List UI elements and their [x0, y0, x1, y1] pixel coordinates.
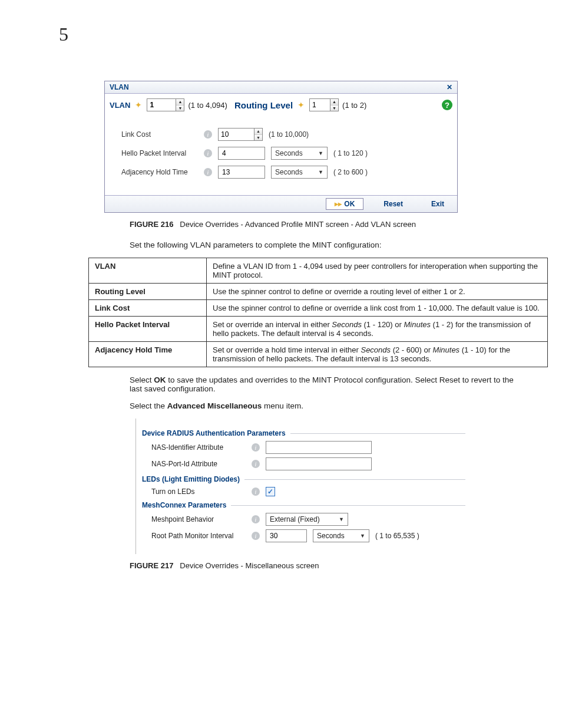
text-bold: OK [154, 375, 166, 384]
adjacency-row: Adjacency Hold Time i Seconds ▼ ( 2 to 6… [121, 166, 441, 179]
figure-text: Device Overrides - Miscellaneous screen [180, 561, 319, 570]
link-cost-row: Link Cost i ▲▼ (1 to 10,000) [121, 128, 441, 141]
vlan-label: VLAN [110, 101, 130, 110]
desc-italic: Seconds [332, 320, 362, 329]
hello-unit-select[interactable]: Seconds ▼ [271, 147, 328, 160]
text-part: Select the [130, 401, 167, 410]
figure-number: FIGURE 216 [130, 220, 173, 229]
figure-216-caption: FIGURE 216 Device Overrides - Advanced P… [130, 220, 527, 229]
section-leds: LEDs (Light Emitting Diodes) [142, 475, 465, 483]
spinner-down-icon[interactable]: ▼ [176, 106, 184, 111]
vlan-dialog: VLAN ✕ VLAN ✦ ▲▼ (1 to 4,094) Routing Le… [104, 81, 458, 213]
text-part: Select [130, 375, 154, 384]
link-cost-label: Link Cost [121, 130, 198, 139]
link-cost-input[interactable] [219, 129, 254, 140]
chevron-down-icon: ▼ [318, 150, 323, 156]
rootpath-row: Root Path Monitor Interval i Seconds ▼ (… [151, 529, 465, 542]
info-icon[interactable]: i [252, 460, 260, 468]
param-key: Hello Packet Interval [89, 317, 207, 342]
close-icon[interactable]: ✕ [447, 83, 452, 91]
exit-button[interactable]: Exit [423, 198, 452, 210]
link-cost-spinner[interactable]: ▲▼ [218, 128, 263, 141]
table-row: Routing Level Use the spinner control to… [89, 284, 548, 300]
desc-italic: Seconds [361, 345, 391, 354]
vlan-spinner[interactable]: ▲▼ [147, 98, 184, 111]
nas-port-label: NAS-Port-Id Attribute [151, 460, 246, 468]
info-icon[interactable]: i [204, 168, 212, 176]
vlan-input[interactable] [147, 99, 176, 111]
info-icon[interactable]: i [252, 515, 260, 523]
spinner-up-icon[interactable]: ▲ [176, 99, 184, 106]
wand-icon[interactable]: ✦ [134, 100, 143, 110]
nas-port-row: NAS-Port-Id Attribute i [151, 457, 465, 470]
leds-checkbox[interactable]: ✓ [266, 487, 275, 496]
help-icon[interactable]: ? [442, 100, 452, 110]
figure-217-caption: FIGURE 217 Device Overrides - Miscellane… [130, 561, 527, 570]
routing-level-label: Routing Level [234, 100, 293, 110]
param-key: Link Cost [89, 300, 207, 317]
param-key: Adjacency Hold Time [89, 342, 207, 367]
param-desc: Use the spinner control to define or ove… [207, 300, 548, 317]
nas-id-label: NAS-Identifier Attribute [151, 443, 246, 452]
info-icon[interactable]: i [252, 487, 260, 496]
routing-level-input[interactable] [310, 99, 330, 111]
chevron-down-icon: ▼ [339, 516, 344, 522]
param-key: VLAN [89, 258, 207, 284]
spinner-up-icon[interactable]: ▲ [254, 129, 262, 135]
nas-port-input[interactable] [266, 457, 372, 470]
param-desc: Use the spinner control to define or ove… [207, 284, 548, 300]
divider [244, 479, 465, 480]
desc-part: (1 - 120) or [362, 320, 404, 329]
adj-unit-select[interactable]: Seconds ▼ [271, 166, 328, 179]
param-key: Routing Level [89, 284, 207, 300]
body-text-2: Select OK to save the updates and overri… [130, 375, 527, 393]
link-cost-range: (1 to 10,000) [269, 130, 309, 139]
param-desc: Define a VLAN ID from 1 - 4,094 used by … [207, 258, 548, 284]
rootpath-unit-value: Seconds [317, 532, 345, 540]
ok-label: OK [344, 200, 355, 208]
rootpath-input[interactable] [266, 529, 307, 542]
spinner-down-icon[interactable]: ▼ [330, 106, 338, 111]
chevron-down-icon: ▼ [318, 169, 323, 175]
body-text-1: Set the following VLAN parameters to com… [130, 241, 527, 249]
info-icon[interactable]: i [204, 130, 212, 139]
ok-icon: ▸▸ [335, 200, 342, 208]
divider [231, 505, 465, 506]
divider [290, 433, 465, 434]
vlan-top-controls: VLAN ✦ ▲▼ (1 to 4,094) Routing Level ✦ ▲… [105, 94, 457, 116]
dialog-title: VLAN [110, 83, 129, 91]
spinner-down-icon[interactable]: ▼ [254, 135, 262, 141]
reset-button[interactable]: Reset [375, 198, 411, 210]
rootpath-unit-select[interactable]: Seconds ▼ [313, 529, 369, 542]
dialog-titlebar: VLAN ✕ [105, 81, 457, 94]
param-desc: Set or override an interval in either Se… [207, 317, 548, 342]
adj-input[interactable] [218, 166, 265, 179]
text-bold: Advanced Miscellaneous [167, 401, 262, 410]
wand-icon[interactable]: ✦ [296, 100, 306, 110]
meshpoint-select[interactable]: External (Fixed) ▼ [266, 513, 348, 526]
section-radius: Device RADIUS Authentication Parameters [142, 429, 465, 437]
routing-level-spinner[interactable]: ▲▼ [309, 98, 339, 111]
hello-input[interactable] [218, 147, 265, 160]
param-desc: Set or override a hold time interval in … [207, 342, 548, 367]
rootpath-label: Root Path Monitor Interval [151, 532, 246, 540]
info-icon[interactable]: i [204, 149, 212, 157]
spinner-up-icon[interactable]: ▲ [330, 99, 338, 106]
text-part: menu item. [262, 401, 303, 410]
hello-range: ( 1 to 120 ) [333, 149, 368, 157]
leds-row: Turn on LEDs i ✓ [151, 487, 465, 496]
ok-button[interactable]: ▸▸ OK [326, 198, 363, 210]
desc-italic: Minutes [404, 320, 431, 329]
info-icon[interactable]: i [252, 532, 260, 540]
nas-id-row: NAS-Identifier Attribute i [151, 441, 465, 454]
section-title-text: MeshConnex Parameters [142, 501, 226, 509]
meshpoint-row: Meshpoint Behavior i External (Fixed) ▼ [151, 513, 465, 526]
leds-label: Turn on LEDs [151, 487, 246, 496]
meshpoint-value: External (Fixed) [270, 515, 320, 523]
adj-label: Adjacency Hold Time [121, 168, 198, 176]
info-icon[interactable]: i [252, 443, 260, 452]
nas-id-input[interactable] [266, 441, 372, 454]
chevron-down-icon: ▼ [360, 533, 365, 539]
desc-part: Set or override a hold time interval in … [213, 345, 361, 354]
vlan-range: (1 to 4,094) [188, 101, 227, 110]
